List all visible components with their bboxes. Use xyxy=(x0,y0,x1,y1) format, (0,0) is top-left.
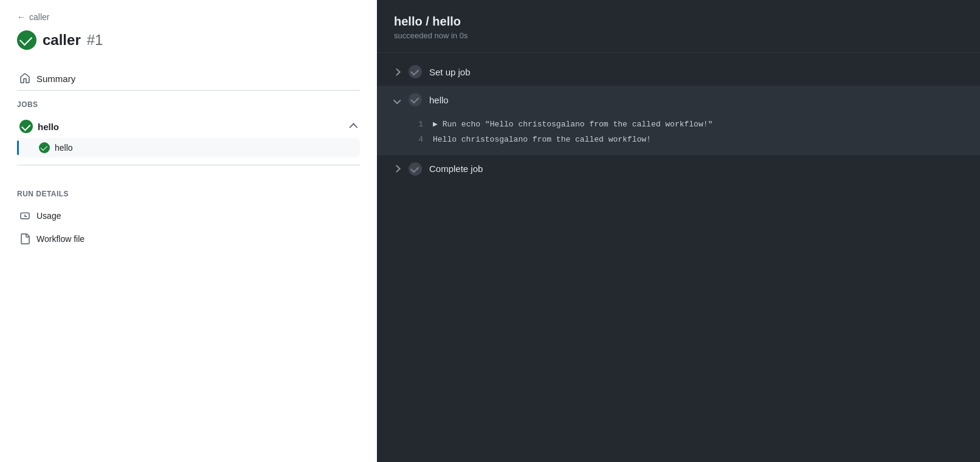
timer-icon xyxy=(19,210,30,221)
steps-list: Set up job hello 1 ▶ Run echo "Hello chr… xyxy=(377,53,980,462)
log-line-1: 1 ▶ Run echo "Hello christosgalano from … xyxy=(411,117,965,133)
job-sub-item-hello[interactable]: hello xyxy=(17,138,360,157)
job-item-hello[interactable]: hello xyxy=(17,115,360,138)
workflow-file-label: Workflow file xyxy=(36,234,85,244)
jobs-section: Jobs hello hello xyxy=(17,100,360,175)
usage-label: Usage xyxy=(36,211,61,221)
chevron-right-icon-complete xyxy=(392,164,401,174)
workflow-file-icon xyxy=(19,233,30,244)
run-number: #1 xyxy=(87,32,103,49)
job-header-title: hello / hello xyxy=(394,15,963,29)
sub-item-status-icon xyxy=(39,142,50,153)
step-row-hello[interactable]: hello xyxy=(377,86,980,114)
main-panel: hello / hello succeeded now in 0s Set up… xyxy=(377,0,980,462)
home-icon xyxy=(19,73,30,84)
step-status-icon-complete xyxy=(409,162,422,176)
workflow-file-nav-item[interactable]: Workflow file xyxy=(17,227,360,250)
back-label: caller xyxy=(29,12,49,22)
log-line-num: 4 xyxy=(411,134,423,147)
job-status-icon xyxy=(19,120,33,133)
step-row-setup[interactable]: Set up job xyxy=(377,58,980,86)
step-name-setup: Set up job xyxy=(429,67,471,77)
job-sub-items: hello xyxy=(17,138,360,165)
log-line-content: ▶ Run echo "Hello christosgalano from th… xyxy=(433,119,713,131)
run-details-section: Run details Usage Workflow file xyxy=(17,190,360,250)
page-title: caller #1 xyxy=(17,30,360,50)
step-status-icon xyxy=(409,65,422,78)
active-indicator xyxy=(17,140,19,155)
job-name: hello xyxy=(38,122,59,132)
log-line-content: Hello christosgalano from the called wor… xyxy=(433,134,651,147)
log-line-4: 4 Hello christosgalano from the called w… xyxy=(411,133,965,148)
step-row-complete[interactable]: Complete job xyxy=(377,155,980,183)
log-line-num: 1 xyxy=(411,119,423,131)
step-log-area: 1 ▶ Run echo "Hello christosgalano from … xyxy=(377,114,980,155)
chevron-right-icon xyxy=(392,67,401,77)
status-icon-success xyxy=(17,30,36,50)
job-header-subtitle: succeeded now in 0s xyxy=(394,31,963,40)
summary-label: Summary xyxy=(36,74,75,84)
sub-item-name: hello xyxy=(55,143,73,153)
summary-nav-item[interactable]: Summary xyxy=(17,67,360,91)
back-link[interactable]: ← caller xyxy=(17,12,360,22)
chevron-up-icon xyxy=(348,122,357,131)
workflow-name: caller xyxy=(43,32,81,49)
job-header: hello / hello succeeded now in 0s xyxy=(377,0,980,53)
jobs-section-label: Jobs xyxy=(17,100,360,109)
step-status-icon-hello xyxy=(409,93,422,106)
usage-nav-item[interactable]: Usage xyxy=(17,204,360,227)
step-name-complete: Complete job xyxy=(429,164,483,174)
run-details-label: Run details xyxy=(17,190,360,198)
step-name-hello: hello xyxy=(429,95,449,105)
chevron-down-icon xyxy=(392,95,401,105)
back-arrow: ← xyxy=(17,12,26,22)
